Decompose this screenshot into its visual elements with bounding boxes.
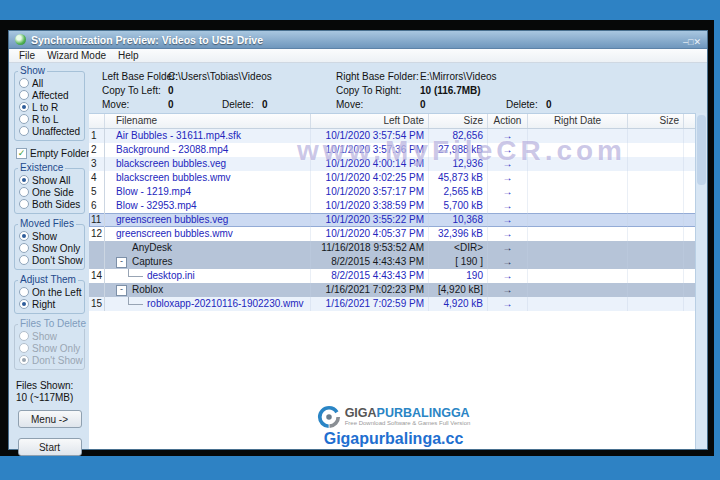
scrollbar-thumb[interactable] xyxy=(697,115,706,185)
option-existence-show-all[interactable]: Show All xyxy=(19,174,82,186)
table-row[interactable]: 12greenscreen bubbles.wmv10/1/2020 4:05:… xyxy=(89,227,696,241)
copy-right-arrow-icon: → xyxy=(503,130,513,141)
option-moved-files-show[interactable]: Show xyxy=(19,230,82,242)
table-row[interactable]: -Roblox1/16/2021 7:02:23 PM[4,920 kB]→ xyxy=(89,283,696,297)
option-show-unaffected[interactable]: Unaffected xyxy=(19,125,82,137)
col-header-left-date[interactable]: Left Date xyxy=(311,114,429,128)
empty-folders-checkbox-row[interactable]: ✓Empty Folders xyxy=(16,148,86,159)
option-moved-files-don-t-show[interactable]: Don't Show xyxy=(19,254,82,266)
option-existence-both-sides[interactable]: Both Sides xyxy=(19,198,82,210)
vertical-scrollbar[interactable] xyxy=(695,113,707,449)
row-number-cell: 1 xyxy=(89,129,105,143)
copy-to-right-value: 10 (116.7MB) xyxy=(420,85,481,96)
right-size-cell xyxy=(628,157,684,171)
filename-cell: Background - 23088.mp4 xyxy=(105,143,311,157)
radio-right[interactable] xyxy=(19,299,29,309)
radio-don-t-show[interactable] xyxy=(19,255,29,265)
left-date-cell: 10/1/2020 3:55:22 PM xyxy=(311,213,429,227)
radio-l-to-r[interactable] xyxy=(19,102,29,112)
site-url: Gigapurbalinga.cc xyxy=(301,429,486,449)
radio-both-sides[interactable] xyxy=(19,199,29,209)
table-row[interactable]: 5Blow - 1219.mp410/1/2020 3:57:17 PM2,56… xyxy=(89,185,696,199)
option-label: Unaffected xyxy=(32,126,80,137)
radio-on-the-left[interactable] xyxy=(19,287,29,297)
option-existence-one-side[interactable]: One Side xyxy=(19,186,82,198)
table-row[interactable]: -Captures8/2/2015 4:43:43 PM[ 190 ]→ xyxy=(89,255,696,269)
col-header-size[interactable]: Size xyxy=(628,114,684,128)
collapse-icon[interactable]: - xyxy=(116,285,127,296)
file-table: FilenameLeft DateSizeActionRight DateSiz… xyxy=(89,113,696,449)
option-label: Show xyxy=(32,231,57,242)
collapse-icon[interactable]: - xyxy=(116,257,127,268)
app-icon xyxy=(15,34,26,45)
row-number-cell xyxy=(89,283,105,297)
filename-cell: greenscreen bubbles.wmv xyxy=(105,227,311,241)
radio-show-only xyxy=(19,343,29,353)
copy-right-arrow-icon: → xyxy=(503,172,513,183)
left-base-folder-label: Left Base Folder: xyxy=(102,70,168,84)
left-size-cell: 190 xyxy=(429,269,488,283)
option-adjust-them-on-the-left[interactable]: On the Left xyxy=(19,286,82,298)
action-cell: → xyxy=(488,199,528,213)
radio-all[interactable] xyxy=(19,78,29,88)
filename-cell: -Captures xyxy=(105,255,311,269)
left-date-cell: 10/1/2020 4:05:37 PM xyxy=(311,227,429,241)
menu-file[interactable]: File xyxy=(13,49,41,62)
option-adjust-them-right[interactable]: Right xyxy=(19,298,82,310)
table-row[interactable]: 4blackscreen bubbles.wmv10/1/2020 4:02:2… xyxy=(89,171,696,185)
option-show-r-to-l[interactable]: R to L xyxy=(19,113,82,125)
menu-wizard-mode[interactable]: Wizard Mode xyxy=(41,49,112,62)
filename-text: desktop.ini xyxy=(147,269,195,283)
filename-text: Captures xyxy=(132,255,173,269)
radio-unaffected[interactable] xyxy=(19,126,29,136)
table-row[interactable]: 14desktop.ini8/2/2015 4:43:43 PM190→ xyxy=(89,269,696,283)
option-show-l-to-r[interactable]: L to R xyxy=(19,101,82,113)
option-label: Show xyxy=(32,331,57,342)
radio-r-to-l[interactable] xyxy=(19,114,29,124)
radio-show[interactable] xyxy=(19,231,29,241)
screenshot-frame: Synchronization Preview: Videos to USB D… xyxy=(0,0,720,480)
copy-right-arrow-icon: → xyxy=(503,242,513,253)
menu-bar: FileWizard ModeHelp xyxy=(9,49,707,63)
table-row[interactable]: 2Background - 23088.mp410/1/2020 3:57:36… xyxy=(89,143,696,157)
table-row[interactable]: AnyDesk11/16/2018 9:53:52 AM<DIR>→ xyxy=(89,241,696,255)
right-date-cell xyxy=(528,283,628,297)
right-size-cell xyxy=(628,143,684,157)
brand-name-purbalingga: PURBALINGGA xyxy=(377,406,470,420)
row-number-cell: 12 xyxy=(89,227,105,241)
empty-folders-checkbox[interactable]: ✓ xyxy=(16,148,27,159)
table-row[interactable]: 1Air Bubbles - 31611.mp4.sfk10/1/2020 3:… xyxy=(89,129,696,143)
menu-button[interactable]: Menu -> xyxy=(18,410,82,428)
table-row[interactable]: 3blackscreen bubbles.veg10/1/2020 4:00:1… xyxy=(89,157,696,171)
radio-affected[interactable] xyxy=(19,90,29,100)
close-button[interactable]: ✕ xyxy=(693,37,701,47)
action-cell: → xyxy=(488,143,528,157)
col-header-filename[interactable]: Filename xyxy=(105,114,311,128)
group-adjust-them: Adjust ThemOn the LeftRight xyxy=(14,280,85,314)
col-header-size[interactable]: Size xyxy=(429,114,488,128)
filename-text: greenscreen bubbles.wmv xyxy=(116,227,233,241)
right-delete-value: 0 xyxy=(546,99,552,110)
start-button[interactable]: Start xyxy=(18,438,82,456)
table-row[interactable]: 15robloxapp-20210116-1902230.wmv1/16/202… xyxy=(89,297,696,311)
radio-one-side[interactable] xyxy=(19,187,29,197)
tree-branch-icon xyxy=(128,297,143,305)
summary-panel: Left Base Folder:C:\Users\Tobias\Videos … xyxy=(89,63,707,113)
option-show-all[interactable]: All xyxy=(19,77,82,89)
radio-show-all[interactable] xyxy=(19,175,29,185)
titlebar[interactable]: Synchronization Preview: Videos to USB D… xyxy=(9,31,707,49)
right-date-cell xyxy=(528,269,628,283)
menu-help[interactable]: Help xyxy=(112,49,145,62)
col-header-action[interactable]: Action xyxy=(488,114,528,128)
filename-text: Background - 23088.mp4 xyxy=(116,143,228,157)
col-header-right-date[interactable]: Right Date xyxy=(528,114,628,128)
option-moved-files-show-only[interactable]: Show Only xyxy=(19,242,82,254)
left-size-cell: 27,988 kB xyxy=(429,143,488,157)
left-summary: Left Base Folder:C:\Users\Tobias\Videos … xyxy=(102,70,272,112)
radio-show-only[interactable] xyxy=(19,243,29,253)
option-show-affected[interactable]: Affected xyxy=(19,89,82,101)
table-row[interactable]: 6Blow - 32953.mp410/1/2020 3:38:59 PM5,7… xyxy=(89,199,696,213)
option-files-to-delete-show: Show xyxy=(19,330,82,342)
table-row[interactable]: 11greenscreen bubbles.veg10/1/2020 3:55:… xyxy=(89,213,696,227)
left-date-cell: 10/1/2020 3:57:54 PM xyxy=(311,129,429,143)
